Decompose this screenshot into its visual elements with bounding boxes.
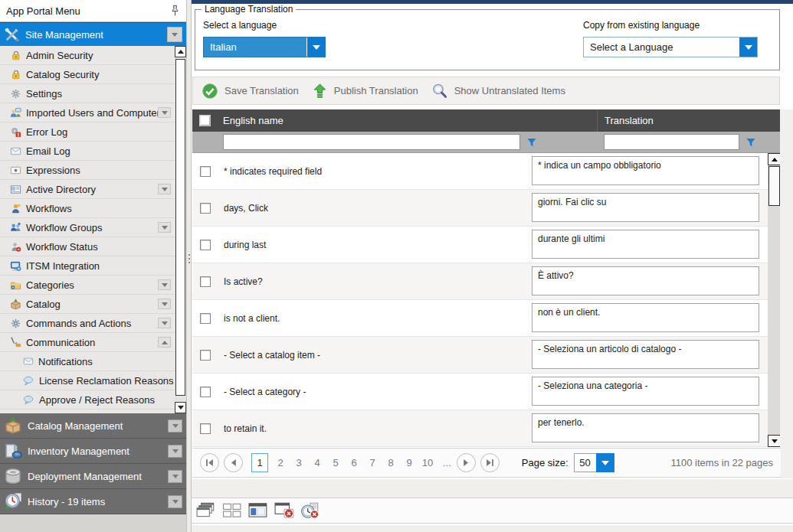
- language-select[interactable]: Italian: [203, 37, 326, 57]
- translation-textarea[interactable]: [532, 413, 759, 442]
- row-checkbox[interactable]: [200, 276, 211, 287]
- expand-button[interactable]: [158, 299, 171, 309]
- sidebar-section-history-19-items[interactable]: History - 19 items: [0, 489, 186, 514]
- page-ellipsis[interactable]: ...: [443, 457, 451, 468]
- sidebar-scrollbar[interactable]: [175, 46, 186, 413]
- right-margin: [780, 109, 793, 478]
- expand-button[interactable]: [158, 184, 171, 194]
- page-number-10[interactable]: 10: [421, 457, 434, 468]
- publish-translation-button[interactable]: Publish Translation: [311, 82, 418, 100]
- translation-textarea[interactable]: [532, 156, 759, 185]
- sidebar-section-inventory-management[interactable]: Inventory Management: [0, 439, 186, 464]
- scrollbar-thumb[interactable]: [768, 166, 780, 206]
- page-number-2[interactable]: 2: [274, 457, 287, 468]
- translation-textarea[interactable]: [532, 340, 759, 369]
- show-untranslated-button[interactable]: Show Untranslated Items: [431, 82, 565, 100]
- panel-splitter[interactable]: [186, 0, 192, 532]
- page-size-select-button[interactable]: [596, 453, 614, 472]
- expand-button[interactable]: [158, 318, 171, 328]
- scroll-down-button[interactable]: [768, 435, 781, 447]
- sidebar-item-notifications[interactable]: Notifications: [0, 352, 175, 371]
- translation-filter-input[interactable]: [604, 134, 739, 150]
- translation-column-header[interactable]: Translation: [597, 109, 781, 132]
- page-number-5[interactable]: 5: [329, 457, 342, 468]
- collapse-section-button[interactable]: [167, 27, 182, 42]
- scrollbar-thumb[interactable]: [175, 59, 185, 396]
- english-name-column-header[interactable]: English name: [218, 115, 597, 126]
- row-checkbox[interactable]: [200, 387, 211, 397]
- sidebar-item-workflows[interactable]: Workflows: [0, 199, 175, 218]
- copy-language-select-button[interactable]: [739, 38, 757, 57]
- clear-history-icon[interactable]: [300, 502, 320, 519]
- expand-section-button[interactable]: [168, 419, 182, 432]
- english-filter-input[interactable]: [223, 134, 520, 150]
- page-number-1[interactable]: 1: [251, 453, 268, 472]
- first-page-button[interactable]: [200, 453, 219, 472]
- previous-page-button[interactable]: [224, 453, 243, 472]
- expand-button[interactable]: [158, 107, 171, 118]
- cascade-windows-icon[interactable]: [196, 502, 216, 519]
- page-number-6[interactable]: 6: [348, 457, 361, 468]
- sidebar-item-error-log[interactable]: Error Log: [0, 122, 175, 142]
- select-all-checkbox[interactable]: [199, 115, 211, 126]
- sidebar-item-admin-security[interactable]: Admin Security: [0, 46, 175, 65]
- sidebar-item-itsm-integration[interactable]: ITSM Integration: [0, 256, 175, 276]
- save-translation-button[interactable]: Save Translation: [201, 82, 299, 100]
- sidebar-item-imported-users-and-computers[interactable]: Imported Users and Computers: [0, 103, 175, 122]
- pin-icon[interactable]: [169, 5, 180, 17]
- page-number-3[interactable]: 3: [293, 457, 306, 468]
- expand-section-button[interactable]: [168, 495, 182, 508]
- scroll-down-button[interactable]: [175, 402, 186, 413]
- sidebar-section-deployment-management[interactable]: Deployment Management: [0, 464, 186, 489]
- expand-button[interactable]: [158, 222, 171, 233]
- translation-textarea[interactable]: [532, 377, 759, 406]
- expand-section-button[interactable]: [168, 445, 182, 458]
- collapse-button[interactable]: [158, 337, 171, 348]
- row-checkbox[interactable]: [200, 350, 211, 361]
- filter-icon[interactable]: [745, 137, 756, 148]
- translation-textarea[interactable]: [532, 230, 759, 259]
- language-select-button[interactable]: [306, 38, 325, 57]
- sidebar-item-workflow-groups[interactable]: Workflow Groups: [0, 218, 175, 237]
- chevron-down-icon: [172, 449, 179, 453]
- row-checkbox[interactable]: [200, 166, 211, 177]
- sidebar-item-license-reclamation-reasons[interactable]: License Reclamation Reasons: [0, 371, 175, 390]
- last-page-button[interactable]: [480, 453, 500, 472]
- sidebar-item-catalog-security[interactable]: Catalog Security: [0, 65, 175, 84]
- sidebar-section-catalog-management[interactable]: Catalog Management: [0, 413, 186, 439]
- page-size-value[interactable]: 50: [574, 453, 596, 472]
- scroll-up-button[interactable]: [175, 46, 186, 57]
- tile-windows-icon[interactable]: [222, 502, 242, 519]
- sidebar-item-catalog[interactable]: Catalog: [0, 295, 175, 314]
- page-number-4[interactable]: 4: [311, 457, 324, 468]
- copy-language-select[interactable]: Select a Language: [583, 37, 758, 57]
- next-page-button[interactable]: [457, 453, 476, 472]
- page-number-8[interactable]: 8: [385, 457, 398, 468]
- translation-textarea[interactable]: [532, 266, 759, 295]
- sidebar-item-email-log[interactable]: Email Log: [0, 142, 175, 161]
- translation-textarea[interactable]: [532, 193, 759, 222]
- sidebar-item-approve-reject-reasons[interactable]: Approve / Reject Reasons: [0, 390, 175, 410]
- page-number-7[interactable]: 7: [366, 457, 379, 468]
- row-checkbox[interactable]: [200, 203, 211, 214]
- row-checkbox[interactable]: [200, 240, 211, 250]
- page-number-9[interactable]: 9: [403, 457, 416, 468]
- filter-icon[interactable]: [526, 137, 537, 148]
- scroll-up-button[interactable]: [768, 153, 781, 165]
- sidebar-item-active-directory[interactable]: Active Directory: [0, 180, 175, 199]
- sidebar-item-workflow-status[interactable]: Workflow Status: [0, 237, 175, 256]
- close-window-icon[interactable]: [274, 502, 294, 519]
- sidebar-item-commands-and-actions[interactable]: Commands and Actions: [0, 314, 175, 333]
- table-scrollbar[interactable]: [768, 153, 781, 447]
- sidebar-section-site-management[interactable]: Site Management: [0, 22, 186, 46]
- expand-button[interactable]: [158, 279, 171, 290]
- sidebar-item-settings[interactable]: Settings: [0, 84, 175, 103]
- row-checkbox[interactable]: [200, 313, 211, 324]
- sidebar-item-expressions[interactable]: Expressions: [0, 161, 175, 180]
- window-panel-icon[interactable]: [248, 502, 268, 519]
- sidebar-item-communication[interactable]: Communication: [0, 333, 175, 352]
- expand-section-button[interactable]: [168, 470, 182, 483]
- sidebar-item-categories[interactable]: Categories: [0, 276, 175, 295]
- translation-textarea[interactable]: [532, 303, 759, 332]
- row-checkbox[interactable]: [200, 423, 211, 434]
